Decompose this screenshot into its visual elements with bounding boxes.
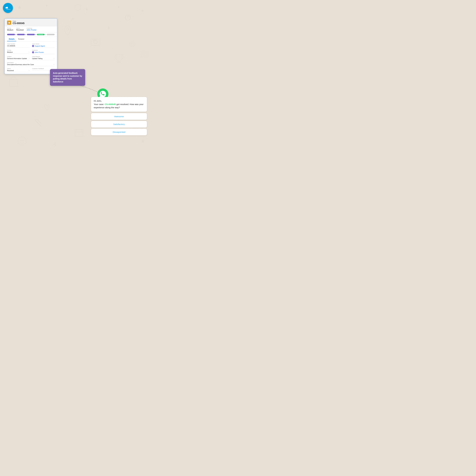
callout-text: Auto-generated feedback response sent to… xyxy=(53,72,82,83)
chat-option-dissapointed[interactable]: Dissapointed xyxy=(91,129,147,135)
svg-rect-20 xyxy=(141,54,148,55)
case-reason-edit-icon[interactable]: ✎ xyxy=(53,58,55,59)
field-description-label: Description xyxy=(7,62,55,63)
svg-rect-21 xyxy=(141,56,148,57)
field-case-owner-value: S Support Agent xyxy=(32,45,55,48)
status-label: Status xyxy=(16,28,24,29)
progress-step-5 xyxy=(47,34,55,35)
field-case-number-value: CS-000045 xyxy=(7,45,30,48)
progress-step-4: Resolved xyxy=(37,34,45,35)
svg-point-27 xyxy=(23,140,23,141)
field-case-reason-value: Update Failing ✎ xyxy=(32,58,55,60)
svg-text:↗: ↗ xyxy=(70,17,74,21)
status-value: Resolved xyxy=(16,29,24,31)
svg-rect-19 xyxy=(141,51,148,52)
owner-avatar: S xyxy=(32,45,34,47)
svg-text:♪: ♪ xyxy=(107,25,110,31)
field-case-reason-label: Case Reason xyxy=(32,56,55,57)
svg-text:✦: ✦ xyxy=(118,6,120,9)
field-customer-value: J John Proctor xyxy=(32,51,55,54)
field-case-number: Case Number CS-000045 xyxy=(7,43,30,48)
svg-rect-33 xyxy=(75,129,83,137)
svg-text:★: ★ xyxy=(18,5,21,10)
svg-text:♫: ♫ xyxy=(53,141,57,147)
chat-case-number: CS-000045 xyxy=(105,103,116,105)
customer-meta: Customer John Proctor xyxy=(27,28,36,31)
field-case-reason: Case Reason Update Failing ✎ xyxy=(32,56,55,60)
tab-related[interactable]: Related xyxy=(16,37,26,41)
callout-box: Auto-generated feedback response sent to… xyxy=(50,69,85,86)
svg-point-23 xyxy=(125,15,131,20)
priority-meta: Priority Medium xyxy=(7,28,13,31)
status-meta: Status Resolved xyxy=(16,28,24,31)
field-description-value: Description/Summary about the Case ✎ xyxy=(7,64,55,66)
subject-edit-icon[interactable]: ✎ xyxy=(29,58,30,59)
field-subject-value: General Information Update ✎ xyxy=(7,58,30,60)
priority-value: Medium xyxy=(7,29,13,31)
priority-label: Priority xyxy=(7,28,13,29)
field-priority: Priority Medium ✎ xyxy=(7,50,30,54)
field-description: Description Description/Summary about th… xyxy=(7,62,55,66)
svg-rect-5 xyxy=(91,39,100,46)
case-details: Case Number CS-000045 Case Owner S Suppo… xyxy=(5,41,57,74)
field-subject: Subject General Information Update ✎ xyxy=(7,56,30,60)
chat-greeting: Hi John, xyxy=(94,100,102,102)
case-card-header: 📋 Case CS-000045 xyxy=(5,19,57,26)
chat-option-awesome[interactable]: Awesome xyxy=(91,113,147,120)
field-priority-label: Priority xyxy=(7,50,30,51)
chat-card: Hi John, Your case: CS-000045 got resolv… xyxy=(91,97,147,136)
case-number: CS-000045 xyxy=(13,22,25,25)
case-detail-grid: Case Number CS-000045 Case Owner S Suppo… xyxy=(7,43,55,72)
progress-bar: ▶ ▶ ▶ Resolved ▶ xyxy=(5,32,57,37)
svg-point-11 xyxy=(131,43,133,45)
field-status: Status Resolved ✎ xyxy=(7,68,30,72)
chat-option-satisfactory[interactable]: Satisfactory xyxy=(91,121,147,128)
svg-text:✦: ✦ xyxy=(46,4,48,7)
svg-point-25 xyxy=(18,137,26,145)
field-status-label: Status xyxy=(7,68,30,69)
progress-step-1 xyxy=(7,34,15,35)
customer-value[interactable]: John Proctor xyxy=(27,29,36,31)
field-priority-value: Medium ✎ xyxy=(7,51,30,54)
chat-message: Hi John, Your case: CS-000045 got resolv… xyxy=(91,97,147,112)
progress-arrow-4: ▶ xyxy=(45,34,46,35)
progress-arrow-1: ▶ xyxy=(16,34,17,35)
svg-point-24 xyxy=(67,28,68,30)
svg-point-6 xyxy=(94,40,97,44)
field-status-value: Resolved ✎ xyxy=(7,70,30,72)
svg-point-10 xyxy=(130,41,135,47)
field-customer: Customer J John Proctor xyxy=(32,50,55,54)
case-card: 📋 Case CS-000045 Priority Medium Status … xyxy=(4,18,57,74)
field-case-number-label: Case Number xyxy=(7,43,30,45)
progress-step-2 xyxy=(17,34,25,35)
svg-text:★: ★ xyxy=(141,9,144,13)
svg-rect-7 xyxy=(93,39,96,41)
chat-body: Your case: xyxy=(94,103,105,105)
field-subject-label: Subject xyxy=(7,56,30,57)
field-case-owner-label: Case Owner xyxy=(32,43,55,45)
progress-arrow-2: ▶ xyxy=(25,34,26,35)
description-edit-icon[interactable]: ✎ xyxy=(53,64,55,65)
customer-avatar: J xyxy=(32,51,34,53)
svg-text:★: ★ xyxy=(141,139,145,143)
salesforce-logo: salesforce xyxy=(3,3,13,13)
tab-details[interactable]: Details xyxy=(7,37,16,41)
priority-edit-icon[interactable]: ✎ xyxy=(29,51,30,53)
svg-line-38 xyxy=(35,120,41,126)
svg-text:salesforce: salesforce xyxy=(6,9,11,10)
case-icon: 📋 xyxy=(7,20,11,25)
case-header-info: Case CS-000045 xyxy=(13,20,25,25)
resolved-label: Resolved xyxy=(38,34,43,35)
case-label: Case xyxy=(13,20,25,22)
chat-message-text: Hi John, Your case: CS-000045 got resolv… xyxy=(94,99,144,109)
svg-rect-22 xyxy=(10,79,18,87)
field-customer-label: Customer xyxy=(32,50,55,51)
svg-point-26 xyxy=(20,140,21,141)
case-meta-row: Priority Medium Status Resolved Customer… xyxy=(5,26,57,32)
status-edit-icon[interactable]: ✎ xyxy=(29,70,30,71)
field-case-owner: Case Owner S Support Agent xyxy=(32,43,55,48)
customer-label: Customer xyxy=(27,28,36,29)
progress-arrow-3: ▶ xyxy=(35,34,36,35)
progress-step-3 xyxy=(27,34,35,35)
case-tabs: Details Related xyxy=(5,37,57,41)
